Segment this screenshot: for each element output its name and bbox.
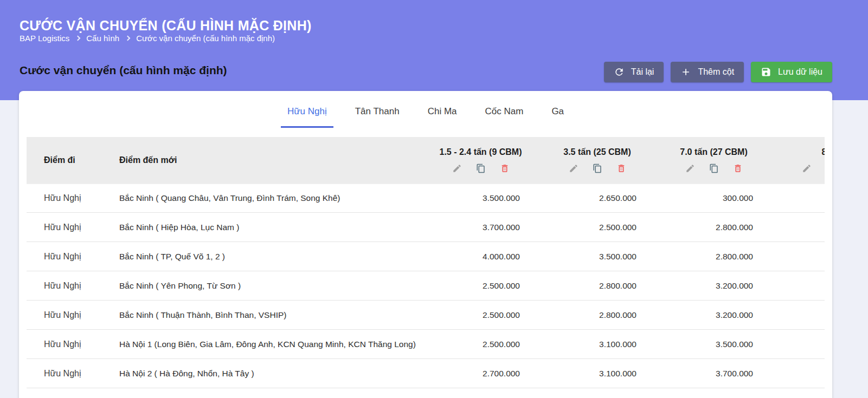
rate-cell[interactable]: 2.800.000 bbox=[655, 242, 772, 271]
toolbar: Tải lại Thêm cột Lưu dữ liệu bbox=[604, 62, 832, 82]
rate-column-header-7-0-tan-27-cbm: 7.0 tấn (27 CBM) bbox=[655, 137, 772, 184]
rate-cell[interactable]: 2.500.000 bbox=[539, 213, 655, 242]
edit-column-button[interactable] bbox=[802, 164, 812, 173]
delete-column-button[interactable] bbox=[733, 164, 743, 173]
rate-cell[interactable]: 3.100.000 bbox=[539, 359, 655, 388]
tab-label: Chi Ma bbox=[428, 106, 457, 116]
edit-column-button[interactable] bbox=[685, 164, 695, 173]
copy-icon bbox=[709, 167, 719, 175]
rate-cell[interactable]: 3.200.000 bbox=[655, 301, 772, 329]
rate-cell[interactable]: 3.100.000 bbox=[539, 330, 655, 358]
breadcrumb-item-cuoc-van-chuyen-cau-hinh-mac-inh: Cước vận chuyển (cấu hình mặc định) bbox=[136, 34, 275, 43]
breadcrumb-item-cau-hinh[interactable]: Cấu hình bbox=[86, 34, 119, 43]
origin-cell: Hữu Nghị bbox=[27, 213, 102, 242]
rate-cell[interactable]: 3.200.000 bbox=[655, 271, 772, 300]
delete-column-button[interactable] bbox=[616, 164, 626, 173]
origin-cell: Hữu Nghị bbox=[27, 301, 102, 329]
trash-icon bbox=[733, 167, 743, 175]
tab-label: Hữu Nghị bbox=[287, 106, 327, 116]
rate-cell[interactable]: 2.800.000 bbox=[539, 271, 655, 300]
chevron-right-icon bbox=[75, 36, 81, 41]
delete-column-button[interactable] bbox=[500, 164, 510, 173]
rate-cell[interactable] bbox=[772, 242, 825, 271]
rate-cell[interactable]: 3.500.000 bbox=[655, 330, 772, 358]
tab-coc-nam[interactable]: Cốc Nam bbox=[472, 99, 537, 128]
rate-cell[interactable]: 3.500.000 bbox=[539, 242, 655, 271]
table-row: Hữu Nghị Bắc Ninh ( Thuận Thành, Bình Th… bbox=[27, 301, 825, 330]
rate-cell[interactable]: 2.500.000 bbox=[422, 330, 539, 358]
origin-cell: Hữu Nghị bbox=[27, 271, 102, 300]
refresh-icon bbox=[614, 67, 625, 77]
pencil-icon bbox=[452, 167, 462, 175]
origin-cell: Hữu Nghị bbox=[27, 359, 102, 388]
rate-cell[interactable] bbox=[772, 184, 825, 212]
rate-cell[interactable]: 2.800.000 bbox=[655, 213, 772, 242]
plus-icon bbox=[680, 67, 691, 77]
rate-cell[interactable]: 2.800.000 bbox=[539, 301, 655, 329]
rate-cell[interactable] bbox=[772, 301, 825, 329]
reload-button[interactable]: Tải lại bbox=[604, 62, 664, 82]
rate-column-label: 8.0 t bbox=[821, 147, 825, 157]
tab-ga[interactable]: Ga bbox=[538, 99, 577, 128]
rate-cell[interactable]: 2.650.000 bbox=[539, 184, 655, 212]
rate-column-header-8-0-t: 8.0 t bbox=[772, 137, 825, 184]
destination-cell: Bắc Ninh ( Thuận Thành, Bình Than, VSHIP… bbox=[102, 301, 422, 329]
rate-cell[interactable]: 3.700.000 bbox=[422, 213, 539, 242]
tab-tan-thanh[interactable]: Tân Thanh bbox=[342, 99, 413, 128]
table-row: Hữu Nghị Bắc Ninh ( Quang Châu, Vân Trun… bbox=[27, 184, 825, 213]
rate-column-actions bbox=[452, 164, 510, 173]
breadcrumb: BAP LogisticsCấu hìnhCước vận chuyển (cấ… bbox=[20, 34, 275, 43]
save-button-label: Lưu dữ liệu bbox=[778, 67, 822, 77]
page-title: CƯỚC VẬN CHUYỂN (CẤU HÌNH MẶC ĐỊNH) bbox=[20, 18, 312, 34]
origin-cell: Hữu Nghị bbox=[27, 184, 102, 212]
table-row: Hữu Nghị Bắc Ninh ( TP, Quế Võ 1, 2 ) 4.… bbox=[27, 242, 825, 271]
add-column-button-label: Thêm cột bbox=[698, 67, 734, 77]
table-row: Hữu Nghị Hà Nội 2 ( Hà Đông, Nhổn, Hà Tâ… bbox=[27, 359, 825, 388]
tab-huu-nghi[interactable]: Hữu Nghị bbox=[274, 99, 340, 128]
rate-cell[interactable] bbox=[772, 330, 825, 358]
edit-column-button[interactable] bbox=[569, 164, 578, 173]
gate-tabs: Hữu NghịTân ThanhChi MaCốc NamGa bbox=[27, 91, 825, 128]
trash-icon bbox=[616, 167, 626, 175]
pencil-icon bbox=[802, 167, 812, 175]
destination-cell: Bắc Ninh ( Hiệp Hòa, Lục Nam ) bbox=[102, 213, 422, 242]
chevron-right-icon bbox=[125, 36, 131, 41]
copy-icon bbox=[476, 167, 486, 175]
destination-cell: Bắc Ninh ( Yên Phong, Từ Sơn ) bbox=[102, 271, 422, 300]
rate-cell[interactable]: 300.000 bbox=[655, 184, 772, 212]
tab-label: Cốc Nam bbox=[485, 106, 524, 116]
destination-cell: Hà Nội 2 ( Hà Đông, Nhổn, Hà Tây ) bbox=[102, 359, 422, 388]
rate-cell[interactable]: 2.500.000 bbox=[422, 271, 539, 300]
copy-column-button[interactable] bbox=[476, 164, 486, 173]
rate-cell[interactable] bbox=[772, 213, 825, 242]
rate-column-header-3-5-tan-25-cbm: 3.5 tấn (25 CBM) bbox=[539, 137, 655, 184]
trash-icon bbox=[500, 167, 510, 175]
reload-button-label: Tải lại bbox=[631, 67, 654, 77]
add-column-button[interactable]: Thêm cột bbox=[671, 62, 744, 82]
rate-cell[interactable]: 2.500.000 bbox=[422, 301, 539, 329]
origin-cell: Hữu Nghị bbox=[27, 242, 102, 271]
rate-cell[interactable]: 4.000.000 bbox=[422, 242, 539, 271]
page-header: CƯỚC VẬN CHUYỂN (CẤU HÌNH MẶC ĐỊNH) BAP … bbox=[0, 0, 868, 100]
table-row: Hữu Nghị Hà Nội 1 (Long Biên, Gia Lâm, Đ… bbox=[27, 330, 825, 359]
rate-cell[interactable] bbox=[772, 271, 825, 300]
copy-column-button[interactable] bbox=[593, 164, 602, 173]
rate-column-label: 1.5 - 2.4 tấn (9 CBM) bbox=[439, 147, 522, 157]
origin-cell: Hữu Nghị bbox=[27, 330, 102, 358]
save-icon bbox=[761, 67, 771, 77]
pencil-icon bbox=[569, 167, 578, 175]
rate-cell[interactable]: 3.700.000 bbox=[655, 359, 772, 388]
tab-chi-ma[interactable]: Chi Ma bbox=[415, 99, 470, 128]
rate-cell[interactable] bbox=[772, 359, 825, 388]
section-title: Cước vận chuyển (cấu hình mặc định) bbox=[20, 64, 227, 77]
copy-column-button[interactable] bbox=[709, 164, 719, 173]
rate-cell[interactable]: 3.500.000 bbox=[422, 184, 539, 212]
rate-column-label: 3.5 tấn (25 CBM) bbox=[563, 147, 631, 157]
origin-column-header: Điểm đi bbox=[27, 137, 102, 184]
pencil-icon bbox=[685, 167, 695, 175]
rate-cell[interactable]: 2.700.000 bbox=[422, 359, 539, 388]
save-button[interactable]: Lưu dữ liệu bbox=[751, 62, 832, 82]
edit-column-button[interactable] bbox=[452, 164, 462, 173]
table-row: Hữu Nghị Bắc Ninh ( Hiệp Hòa, Lục Nam ) … bbox=[27, 213, 825, 242]
breadcrumb-item-bap-logistics[interactable]: BAP Logistics bbox=[20, 34, 69, 43]
